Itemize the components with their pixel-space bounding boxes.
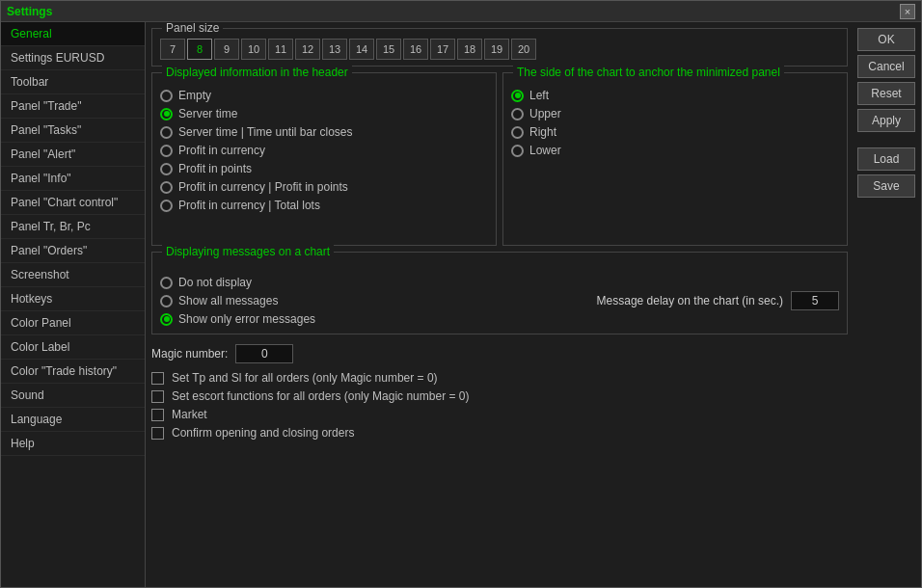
radio-circle xyxy=(160,126,173,139)
sidebar-item[interactable]: Color Panel xyxy=(1,311,145,335)
anchor-radio-item[interactable]: Left xyxy=(511,89,839,102)
checkbox-box xyxy=(151,390,164,403)
magic-input[interactable] xyxy=(235,344,293,363)
ok-button[interactable]: OK xyxy=(857,28,915,51)
radio-circle xyxy=(511,108,524,120)
checkbox-item[interactable]: Set escort functions for all orders (onl… xyxy=(151,389,848,403)
messages-options: Do not displayShow all messagesShow only… xyxy=(160,276,315,326)
radio-label: Profit in currency xyxy=(178,144,265,157)
size-btn-10[interactable]: 10 xyxy=(241,39,266,60)
sidebar-item[interactable]: Toolbar xyxy=(1,70,145,94)
size-btn-15[interactable]: 15 xyxy=(376,39,401,60)
sidebar-item[interactable]: Panel "Tasks" xyxy=(1,119,145,143)
checkbox-box xyxy=(151,427,164,440)
anchor-radio-item[interactable]: Right xyxy=(511,125,839,139)
sidebar-item[interactable]: Language xyxy=(1,408,145,432)
radio-label: Left xyxy=(529,89,549,102)
size-btn-20[interactable]: 20 xyxy=(511,39,536,60)
load-button[interactable]: Load xyxy=(857,147,915,171)
radio-label: Right xyxy=(529,125,556,139)
size-btn-9[interactable]: 9 xyxy=(214,39,239,60)
checkbox-label: Set escort functions for all orders (onl… xyxy=(172,389,469,403)
delay-label: Message delay on the chart (in sec.) xyxy=(597,294,783,307)
size-btn-7[interactable]: 7 xyxy=(160,39,185,60)
sidebar-item[interactable]: Panel "Trade" xyxy=(1,94,145,119)
button-column: OK Cancel Reset Apply Load Save xyxy=(854,22,921,587)
header-info-box: Displayed information in the header Empt… xyxy=(151,72,497,246)
close-button[interactable]: × xyxy=(900,4,915,19)
size-btn-16[interactable]: 16 xyxy=(403,39,428,60)
sidebar-item[interactable]: Panel Tr, Br, Pc xyxy=(1,215,145,239)
messages-radio-item[interactable]: Show only error messages xyxy=(160,312,315,326)
header-radio-item[interactable]: Profit in currency | Profit in points xyxy=(160,180,488,194)
header-info-title: Displayed information in the header xyxy=(162,66,352,79)
sidebar-item[interactable]: Color Label xyxy=(1,335,145,360)
sidebar-item[interactable]: Hotkeys xyxy=(1,287,145,311)
checkbox-item[interactable]: Set Tp and Sl for all orders (only Magic… xyxy=(151,371,848,385)
anchor-side-title: The side of the chart to anchor the mini… xyxy=(513,66,784,79)
radio-label: Server time xyxy=(178,107,237,120)
sidebar-item[interactable]: Help xyxy=(1,432,145,456)
save-button[interactable]: Save xyxy=(857,174,915,198)
size-btn-18[interactable]: 18 xyxy=(457,39,482,60)
panel-size-title: Panel size xyxy=(162,22,223,35)
delay-row: Message delay on the chart (in sec.) xyxy=(597,291,839,310)
size-btn-12[interactable]: 12 xyxy=(295,39,320,60)
anchor-side-options: LeftUpperRightLower xyxy=(511,89,839,157)
sidebar-item[interactable]: Panel "Chart control" xyxy=(1,191,145,215)
anchor-radio-item[interactable]: Upper xyxy=(511,107,839,120)
radio-circle xyxy=(511,126,524,139)
sidebar-item[interactable]: Settings EURUSD xyxy=(1,46,145,70)
size-btn-17[interactable]: 17 xyxy=(430,39,455,60)
header-radio-item[interactable]: Profit in currency xyxy=(160,144,488,157)
radio-label: Profit in currency | Profit in points xyxy=(178,180,348,194)
radio-label: Upper xyxy=(529,107,561,120)
panel-size-box: Panel size 7891011121314151617181920 xyxy=(151,28,848,67)
radio-circle xyxy=(160,90,173,102)
messages-radio-item[interactable]: Show all messages xyxy=(160,294,315,307)
size-btn-11[interactable]: 11 xyxy=(268,39,293,60)
anchor-radio-item[interactable]: Lower xyxy=(511,144,839,157)
size-btn-8[interactable]: 8 xyxy=(187,39,212,60)
header-radio-item[interactable]: Server time xyxy=(160,107,488,120)
center-and-btns: Panel size 7891011121314151617181920 Dis… xyxy=(146,22,921,587)
sidebar-item[interactable]: General xyxy=(1,22,145,46)
reset-button[interactable]: Reset xyxy=(857,82,915,105)
main-content: GeneralSettings EURUSDToolbarPanel "Trad… xyxy=(1,22,921,587)
sidebar-item[interactable]: Screenshot xyxy=(1,263,145,287)
center-panel: Panel size 7891011121314151617181920 Dis… xyxy=(146,22,854,587)
messages-box: Displaying messages on a chart Do not di… xyxy=(151,252,848,334)
checkbox-item[interactable]: Market xyxy=(151,408,848,421)
radio-circle xyxy=(160,181,173,194)
sidebar-item[interactable]: Panel "Info" xyxy=(1,167,145,191)
apply-button[interactable]: Apply xyxy=(857,109,915,132)
size-btn-19[interactable]: 19 xyxy=(484,39,509,60)
checkboxes-group: Set Tp and Sl for all orders (only Magic… xyxy=(151,371,848,440)
size-btn-13[interactable]: 13 xyxy=(322,39,347,60)
sidebar-item[interactable]: Panel "Alert" xyxy=(1,143,145,167)
radio-label: Server time | Time until bar closes xyxy=(178,125,353,139)
size-btn-14[interactable]: 14 xyxy=(349,39,374,60)
radio-circle xyxy=(160,163,173,175)
messages-radio-item[interactable]: Do not display xyxy=(160,276,315,289)
radio-circle xyxy=(160,200,173,212)
sidebar-item[interactable]: Color "Trade history" xyxy=(1,360,145,384)
delay-input[interactable] xyxy=(791,291,839,310)
sidebar-item[interactable]: Sound xyxy=(1,384,145,408)
titlebar: Settings × xyxy=(1,1,921,22)
checkbox-box xyxy=(151,409,164,421)
radio-label: Empty xyxy=(178,89,211,102)
cancel-button[interactable]: Cancel xyxy=(857,55,915,78)
checkbox-label: Market xyxy=(172,408,207,421)
header-radio-item[interactable]: Profit in currency | Total lots xyxy=(160,199,488,212)
radio-circle xyxy=(160,295,173,307)
checkbox-label: Set Tp and Sl for all orders (only Magic… xyxy=(172,371,438,385)
radio-circle xyxy=(511,145,524,157)
magic-label: Magic number: xyxy=(151,347,228,361)
header-radio-item[interactable]: Empty xyxy=(160,89,488,102)
sidebar-item[interactable]: Panel "Orders" xyxy=(1,239,145,263)
header-radio-item[interactable]: Profit in points xyxy=(160,162,488,175)
header-info-options: EmptyServer timeServer time | Time until… xyxy=(160,89,488,212)
checkbox-item[interactable]: Confirm opening and closing orders xyxy=(151,426,848,440)
header-radio-item[interactable]: Server time | Time until bar closes xyxy=(160,125,488,139)
